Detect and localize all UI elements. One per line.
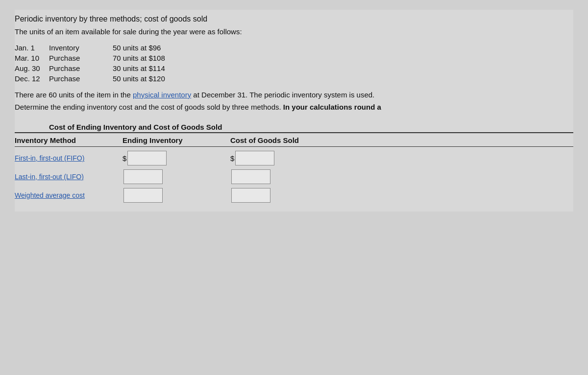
page-container: Periodic inventory by three methods; cos… [15,10,573,211]
determine-text-bold: In your calculations round a [283,103,381,111]
fifo-label: First-in, first-out (FIFO) [15,154,84,162]
inventory-row-aug: Aug. 30 Purchase 30 units at $114 [15,64,573,72]
determine-text-before: Determine the ending inventory cost and … [15,103,283,111]
weighted-ending-inv-input[interactable] [123,188,163,203]
col-cogs-header: Cost of Goods Sold [230,136,338,144]
lifo-cogs-group [230,169,338,184]
date-jan1: Jan. 1 [15,44,49,52]
weighted-cogs-input[interactable] [231,188,270,203]
detail-aug30: 30 units at $114 [113,64,165,72]
method-label-lifo: Last-in, first-out (LIFO) [15,173,122,181]
fifo-ending-inv-input[interactable] [127,151,167,165]
method-label-fifo: First-in, first-out (FIFO) [15,154,122,162]
cost-section-title: Cost of Ending Inventory and Cost of Goo… [49,123,573,131]
detail-mar10: 70 units at $108 [113,54,165,62]
lifo-label: Last-in, first-out (LIFO) [15,173,84,181]
date-mar10: Mar. 10 [15,54,49,62]
fifo-cogs-group: $ [230,151,338,165]
cost-table-container: Inventory Method Ending Inventory Cost o… [15,132,573,203]
lifo-ending-inv-group [122,169,230,184]
inventory-row-mar: Mar. 10 Purchase 70 units at $108 [15,54,573,62]
lifo-cogs-input[interactable] [231,169,270,184]
type-jan1: Inventory [49,44,113,52]
page-subtitle: The units of an item available for sale … [15,27,573,36]
lifo-ending-inv-input[interactable] [123,169,163,184]
table-row-fifo: First-in, first-out (FIFO) $ $ [15,151,573,165]
date-aug30: Aug. 30 [15,64,49,72]
fifo-ending-inv-group: $ [122,151,230,165]
table-row-lifo: Last-in, first-out (LIFO) [15,169,573,184]
date-dec12: Dec. 12 [15,74,49,83]
type-aug30: Purchase [49,64,113,72]
page-title: Periodic inventory by three methods; cos… [15,15,573,23]
cost-table-header: Inventory Method Ending Inventory Cost o… [15,136,573,147]
weighted-ending-inv-group [122,188,230,203]
weighted-label: Weighted average cost [15,191,85,199]
physical-text-before: There are 60 units of the item in the [15,91,133,99]
inventory-table: Jan. 1 Inventory 50 units at $96 Mar. 10… [15,44,573,83]
cost-section: Cost of Ending Inventory and Cost of Goo… [15,123,573,203]
col-ending-inv-header: Ending Inventory [122,136,230,144]
weighted-cogs-group [230,188,338,203]
type-dec12: Purchase [49,74,113,83]
detail-jan1: 50 units at $96 [113,44,161,52]
method-label-weighted: Weighted average cost [15,191,122,199]
fifo-dollar-sign-cogs: $ [230,154,234,163]
fifo-cogs-input[interactable] [235,151,274,165]
type-mar10: Purchase [49,54,113,62]
detail-dec12: 50 units at $120 [113,74,165,83]
physical-text-after: at December 31. The periodic inventory s… [191,91,374,99]
fifo-dollar-sign-inv: $ [122,154,126,163]
physical-inventory-text: There are 60 units of the item in the ph… [15,91,573,99]
table-row-weighted: Weighted average cost [15,188,573,203]
determine-text: Determine the ending inventory cost and … [15,103,573,111]
inventory-row-jan: Jan. 1 Inventory 50 units at $96 [15,44,573,52]
col-method-header: Inventory Method [15,136,122,144]
inventory-row-dec: Dec. 12 Purchase 50 units at $120 [15,74,573,83]
physical-inventory-link[interactable]: physical inventory [133,91,191,99]
